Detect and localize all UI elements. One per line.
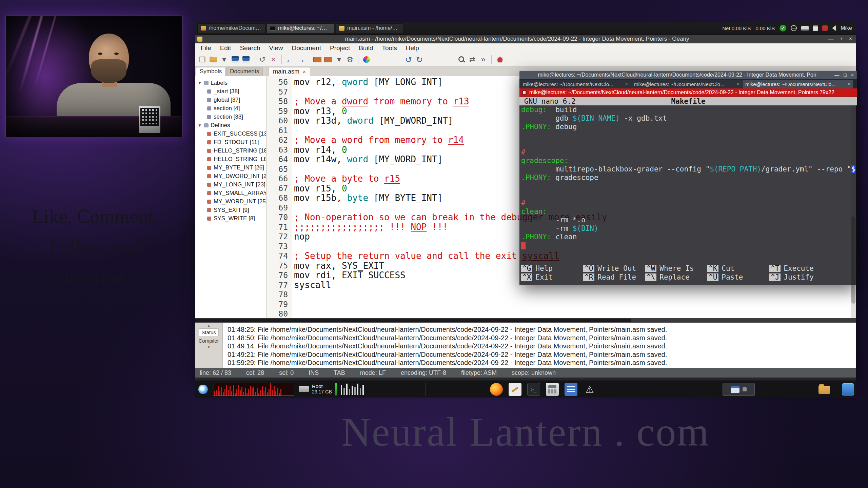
message-tab-status[interactable]: Status (199, 328, 219, 336)
minimize-button[interactable]: — (828, 36, 833, 42)
symbol-item[interactable]: MY_LONG_INT [23] (195, 180, 266, 189)
applications-menu-icon[interactable] (198, 385, 208, 394)
run-icon[interactable]: ⚙ (344, 54, 355, 65)
file-manager-icon[interactable] (818, 386, 830, 394)
compile-icon[interactable] (312, 54, 323, 65)
close-tab-icon[interactable]: × (625, 81, 628, 87)
symbol-item[interactable]: global [37] (195, 96, 266, 104)
menu-tools[interactable]: Tools (377, 44, 401, 52)
symbol-item[interactable]: MY_SMALL_ARRAY [2 (195, 189, 266, 197)
keyboard-icon[interactable] (801, 26, 809, 30)
save-file-icon[interactable] (230, 54, 240, 65)
active-tray-plugin[interactable] (723, 383, 755, 396)
close-button[interactable]: × (851, 72, 854, 78)
history-back-icon[interactable]: ↺ (403, 54, 414, 65)
panel-window-button[interactable]: mike@lectures: ~/Doc... (267, 23, 334, 33)
close-tab-icon[interactable]: × (848, 81, 850, 87)
editor-tab-main-asm[interactable]: main.asm × (269, 67, 310, 76)
menu-edit[interactable]: Edit (216, 44, 236, 52)
symbol-item[interactable]: HELLO_STRING [18] (195, 146, 266, 155)
menu-project[interactable]: Project (326, 44, 354, 52)
hscrollbar-thumb[interactable] (195, 319, 631, 322)
nano-shortcut[interactable]: ^GHelp (521, 264, 583, 272)
build-dropdown-icon[interactable]: ▾ (334, 54, 344, 65)
terminal-titlebar[interactable]: mike@lectures: ~/Documents/NextCloud/neu… (519, 71, 857, 79)
symbol-item[interactable]: MY_DWORD_INT [24 (195, 172, 266, 180)
firefox-icon[interactable] (490, 383, 503, 396)
globe-icon[interactable] (791, 25, 797, 31)
cpu-graph[interactable] (213, 383, 294, 396)
menu-search[interactable]: Search (235, 44, 264, 52)
warning-icon[interactable]: ⚠ (583, 383, 596, 396)
symbol-item[interactable]: section [4] (195, 104, 266, 113)
notification-icon[interactable] (822, 25, 828, 31)
close-tab-icon[interactable]: × (736, 81, 739, 87)
minimize-button[interactable]: — (834, 72, 839, 78)
nano-shortcut[interactable]: ^TExecute (769, 264, 831, 272)
maximize-button[interactable]: + (840, 36, 843, 42)
nano-shortcut[interactable]: ^WWhere Is (645, 264, 707, 272)
symbol-item[interactable]: FD_STDOUT [11] (195, 138, 266, 146)
symbol-item[interactable]: EXIT_SUCCESS [13] (195, 129, 266, 138)
terminal-icon[interactable]: >_ (527, 383, 540, 396)
nano-shortcut[interactable]: ^OWrite Out (583, 264, 645, 272)
open-file-icon[interactable] (208, 54, 219, 65)
save-all-icon[interactable] (240, 54, 251, 65)
calculator-icon[interactable] (546, 383, 559, 396)
build-icon[interactable] (323, 54, 334, 65)
symbol-item[interactable]: MY_BYTE_INT [26] (195, 163, 266, 172)
open-dropdown-icon[interactable]: ▾ (219, 54, 230, 65)
disk-usage-widget[interactable]: Root 23.17 GB (299, 383, 332, 395)
close-tab-icon[interactable]: × (303, 69, 306, 75)
symbol-item[interactable]: SYS_WRITE [8] (195, 214, 266, 223)
text-editor-icon[interactable] (509, 383, 521, 396)
volume-icon[interactable] (832, 25, 836, 31)
terminal-tab[interactable]: mike@lectures: ~/Documents/NextClo...× (520, 80, 631, 88)
status-ok-icon[interactable]: ✓ (780, 25, 786, 32)
geany-titlebar[interactable]: main.asm - /home/mike/Documents/NextClou… (195, 35, 856, 43)
maximize-button[interactable]: □ (844, 72, 846, 78)
workspace-switcher[interactable] (842, 383, 854, 395)
color-chooser-icon[interactable] (361, 54, 372, 65)
symbols-tree[interactable]: ▼Labels_start [38]global [37]section [4]… (195, 76, 266, 223)
menu-view[interactable]: View (265, 44, 288, 52)
nano-editor[interactable]: GNU nano 6.2 Makefile debug: build gdb $… (519, 97, 857, 285)
terminal-tab[interactable]: mike@lectures: ~/Documents/NextClo...× (743, 80, 853, 88)
nav-back-icon[interactable]: ← (284, 54, 295, 65)
nano-shortcut[interactable]: ^RRead File (583, 273, 645, 281)
menu-build[interactable]: Build (354, 44, 377, 52)
nano-shortcut[interactable]: ^JJustify (769, 273, 831, 281)
expander-icon[interactable]: ▼ (198, 81, 202, 85)
new-file-icon[interactable]: ❏ (197, 54, 208, 65)
goto-line-icon[interactable]: » (478, 54, 489, 65)
symbol-group-defines[interactable]: ▼Defines (195, 121, 266, 129)
symbol-item[interactable]: _start [38] (195, 87, 266, 96)
nano-shortcut[interactable]: ^KCut (707, 264, 769, 272)
nav-forward-icon[interactable]: → (295, 54, 306, 65)
clipboard-icon[interactable] (813, 25, 818, 31)
nano-shortcut[interactable]: ^XExit (521, 273, 583, 281)
symbol-group-labels[interactable]: ▼Labels (195, 79, 266, 87)
menu-help[interactable]: Help (401, 44, 423, 52)
symbol-item[interactable]: MY_WORD_INT [25] (195, 197, 266, 206)
line-numbers[interactable]: 5657585960616263646566676869707172737475… (267, 76, 292, 318)
nano-shortcut[interactable]: ^\Replace (645, 273, 707, 281)
panel-window-button[interactable]: main.asm - /home/mi... (336, 23, 403, 33)
nano-shortcut[interactable]: ^UPaste (707, 273, 769, 281)
nano-content[interactable]: debug: build gdb $(BIN_NAME) -x gdb.txt.… (521, 106, 855, 250)
symbol-item[interactable]: section [33] (195, 113, 266, 121)
document-viewer-icon[interactable] (565, 383, 577, 396)
menu-document[interactable]: Document (287, 44, 326, 52)
history-forward-icon[interactable]: ↻ (414, 54, 425, 65)
symbol-item[interactable]: SYS_EXIT [9] (195, 206, 266, 214)
replace-icon[interactable]: ⇄ (467, 54, 478, 65)
expander-icon[interactable]: ▼ (198, 123, 202, 128)
sidebar-tab-documents[interactable]: Documents (226, 67, 263, 76)
message-tab-compiler[interactable]: Compiler (196, 337, 221, 344)
system-load-bars[interactable] (341, 384, 364, 395)
menu-file[interactable]: File (196, 44, 216, 52)
find-icon[interactable] (456, 54, 467, 65)
close-document-icon[interactable]: × (268, 54, 279, 65)
terminal-tab[interactable]: mike@lectures: ~/Documents/NextClo...× (631, 80, 742, 88)
sidebar-tab-symbols[interactable]: Symbols (196, 67, 225, 76)
